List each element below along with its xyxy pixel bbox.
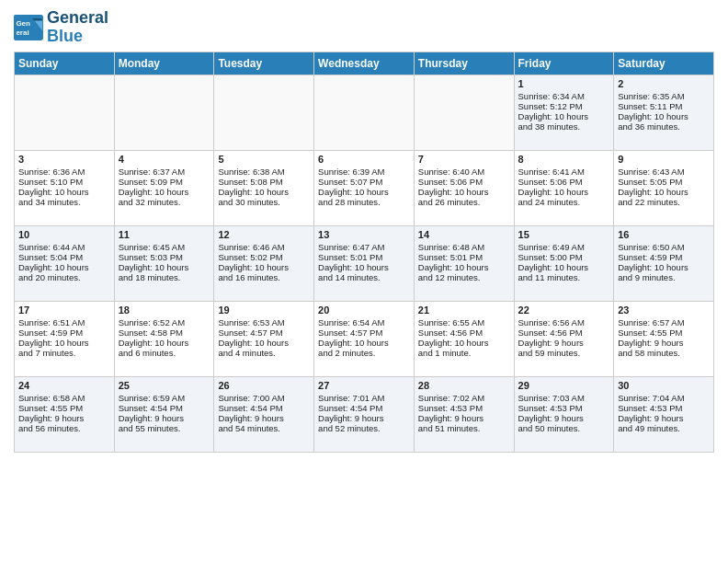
cell-content-line: Sunset: 4:54 PM [318,403,410,413]
cell-content-line: Sunset: 5:10 PM [18,177,110,187]
day-number: 23 [618,304,710,316]
calendar-cell: 25Sunrise: 6:59 AMSunset: 4:54 PMDayligh… [114,376,214,452]
logo-text: General Blue [47,9,108,46]
cell-content-line: Sunrise: 6:54 AM [318,317,410,327]
calendar-cell: 26Sunrise: 7:00 AMSunset: 4:54 PMDayligh… [214,376,314,452]
cell-content-line: and 6 minutes. [119,348,210,358]
cell-content-line: Daylight: 9 hours [119,413,210,423]
cell-content-line: Daylight: 9 hours [618,338,710,348]
cell-content-line: Daylight: 10 hours [18,338,110,348]
day-number: 10 [18,229,110,240]
cell-content-line: Daylight: 10 hours [119,187,210,197]
day-number: 18 [119,304,210,316]
cell-content-line: Daylight: 9 hours [18,413,110,423]
calendar-cell [114,75,214,150]
cell-content-line: Sunrise: 7:02 AM [418,393,510,403]
cell-content-line: Daylight: 10 hours [318,338,410,348]
cell-content-line: Daylight: 10 hours [218,262,310,272]
calendar-cell: 21Sunrise: 6:55 AMSunset: 4:56 PMDayligh… [414,301,514,376]
calendar-cell [314,75,415,150]
day-number: 12 [218,229,310,240]
cell-content-line: and 16 minutes. [218,272,310,282]
day-number: 19 [218,304,310,316]
cell-content-line: Sunset: 4:57 PM [318,327,410,338]
cell-content-line: and 54 minutes. [218,423,310,433]
cell-content-line: Sunrise: 6:39 AM [318,167,410,177]
cell-content-line: Sunrise: 6:47 AM [318,242,410,252]
day-number: 13 [318,229,410,240]
cell-content-line: Daylight: 9 hours [318,413,410,423]
cell-content-line: Sunrise: 6:58 AM [18,393,110,403]
cell-content-line: Sunrise: 6:50 AM [618,242,710,252]
calendar-cell: 14Sunrise: 6:48 AMSunset: 5:01 PMDayligh… [414,225,514,301]
week-row-2: 10Sunrise: 6:44 AMSunset: 5:04 PMDayligh… [15,225,714,301]
cell-content-line: Sunset: 4:57 PM [218,327,310,338]
cell-content-line: and 9 minutes. [618,272,710,282]
cell-content-line: and 58 minutes. [618,348,710,358]
day-number: 21 [418,304,510,316]
calendar-cell [414,75,514,150]
day-number: 1 [518,78,610,89]
day-number: 27 [318,380,410,391]
day-number: 15 [518,229,610,240]
cell-content-line: and 18 minutes. [119,272,210,282]
calendar-cell: 12Sunrise: 6:46 AMSunset: 5:02 PMDayligh… [214,225,314,301]
cell-content-line: Sunrise: 6:37 AM [119,167,210,177]
cell-content-line: Daylight: 10 hours [18,187,110,197]
header-saturday: Saturday [614,52,714,75]
cell-content-line: Daylight: 10 hours [518,262,610,272]
day-number: 16 [618,229,710,240]
calendar-cell: 17Sunrise: 6:51 AMSunset: 4:59 PMDayligh… [15,301,115,376]
calendar-cell: 9Sunrise: 6:43 AMSunset: 5:05 PMDaylight… [614,150,714,225]
calendar-cell: 10Sunrise: 6:44 AMSunset: 5:04 PMDayligh… [15,225,115,301]
cell-content-line: and 34 minutes. [18,197,110,207]
cell-content-line: Sunset: 5:06 PM [418,177,510,187]
cell-content-line: Sunset: 5:00 PM [518,252,610,262]
day-number: 8 [518,154,610,165]
calendar-cell: 1Sunrise: 6:34 AMSunset: 5:12 PMDaylight… [514,75,614,150]
calendar-cell: 3Sunrise: 6:36 AMSunset: 5:10 PMDaylight… [15,150,115,225]
header-sunday: Sunday [15,52,115,75]
cell-content-line: Sunset: 5:06 PM [518,177,610,187]
cell-content-line: and 36 minutes. [618,121,710,132]
day-number: 30 [618,380,710,391]
calendar-cell: 29Sunrise: 7:03 AMSunset: 4:53 PMDayligh… [514,376,614,452]
calendar-cell: 22Sunrise: 6:56 AMSunset: 4:56 PMDayligh… [514,301,614,376]
cell-content-line: and 2 minutes. [318,348,410,358]
cell-content-line: Sunrise: 6:44 AM [18,242,110,252]
cell-content-line: Daylight: 10 hours [618,187,710,197]
header-tuesday: Tuesday [214,52,314,75]
day-number: 5 [218,154,310,165]
cell-content-line: Daylight: 10 hours [518,111,610,121]
page-container: Gen eral General Blue SundayMondayTuesda… [0,0,728,457]
cell-content-line: and 49 minutes. [618,423,710,433]
cell-content-line: Sunset: 4:56 PM [518,327,610,338]
day-number: 20 [318,304,410,316]
cell-content-line: Daylight: 10 hours [119,262,210,272]
cell-content-line: Daylight: 9 hours [518,338,610,348]
cell-content-line: and 32 minutes. [119,197,210,207]
day-number: 14 [418,229,510,240]
calendar-cell: 27Sunrise: 7:01 AMSunset: 4:54 PMDayligh… [314,376,415,452]
cell-content-line: Sunset: 5:09 PM [119,177,210,187]
cell-content-line: Sunset: 5:02 PM [218,252,310,262]
header-friday: Friday [514,52,614,75]
day-number: 4 [119,154,210,165]
cell-content-line: and 51 minutes. [418,423,510,433]
day-number: 26 [218,380,310,391]
calendar-table: SundayMondayTuesdayWednesdayThursdayFrid… [14,52,714,453]
header-thursday: Thursday [414,52,514,75]
cell-content-line: Sunrise: 6:43 AM [618,167,710,177]
cell-content-line: Sunrise: 6:49 AM [518,242,610,252]
day-number: 11 [119,229,210,240]
day-number: 29 [518,380,610,391]
svg-text:Gen: Gen [16,19,30,28]
calendar-cell [15,75,115,150]
calendar-cell: 6Sunrise: 6:39 AMSunset: 5:07 PMDaylight… [314,150,415,225]
logo-icon: Gen eral [14,15,43,40]
cell-content-line: Daylight: 9 hours [418,413,510,423]
cell-content-line: and 30 minutes. [218,197,310,207]
cell-content-line: Daylight: 9 hours [618,413,710,423]
calendar-cell: 7Sunrise: 6:40 AMSunset: 5:06 PMDaylight… [414,150,514,225]
cell-content-line: Daylight: 10 hours [18,262,110,272]
